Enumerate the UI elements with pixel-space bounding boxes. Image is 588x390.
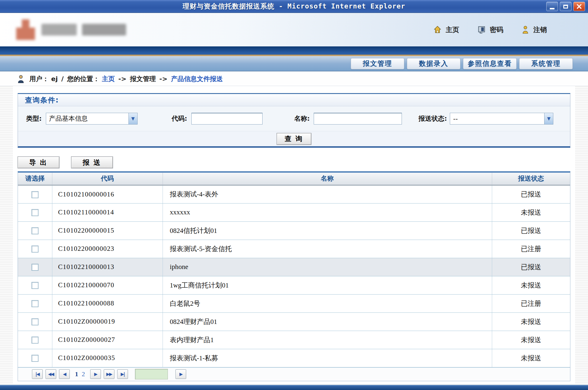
row-select-cell [18, 203, 52, 221]
row-status: 已报送 [492, 221, 570, 240]
export-button[interactable]: 导 出 [18, 157, 59, 168]
col-header-code: 代码 [52, 173, 163, 185]
type-select-value: 产品基本信息 [49, 114, 88, 123]
home-link-label: 主页 [446, 25, 459, 34]
row-code: C10102210000070 [52, 276, 163, 294]
location-label: 您的位置： [67, 75, 100, 83]
type-select[interactable]: 产品基本信息 ▼ [46, 113, 138, 125]
tab-system-management[interactable]: 系统管理 [519, 58, 573, 69]
row-select-cell [18, 294, 52, 312]
row-checkbox[interactable] [31, 227, 39, 234]
page-number-2[interactable]: 2 [82, 370, 85, 378]
forward-page-button[interactable]: ▶▶ [104, 369, 114, 379]
row-checkbox[interactable] [31, 337, 39, 344]
window-controls: × [546, 2, 585, 11]
home-link[interactable]: 主页 [433, 25, 459, 34]
row-checkbox[interactable] [31, 318, 39, 325]
code-label: 代码: [172, 114, 187, 123]
password-icon [477, 26, 486, 33]
row-checkbox[interactable] [31, 300, 39, 307]
row-checkbox[interactable] [31, 282, 39, 289]
status-select[interactable]: -- ▼ [450, 113, 553, 125]
window-titlebar: 理财与资金信托数据报送系统 - Microsoft Internet Explo… [0, 0, 588, 13]
chevron-down-icon: ▼ [544, 113, 553, 124]
breadcrumb-arrow: -> [118, 75, 127, 83]
row-checkbox[interactable] [31, 264, 39, 271]
breadcrumb-section-link[interactable]: 报文管理 [130, 75, 156, 83]
logo-mark [16, 19, 35, 40]
row-select-cell [18, 312, 52, 331]
logout-link[interactable]: 注销 [522, 25, 547, 34]
table-row: C10102210000088 白老鼠2号 已注册 [18, 294, 570, 312]
password-link[interactable]: 密码 [477, 25, 503, 34]
logout-link-label: 注销 [533, 25, 547, 34]
logout-icon [522, 26, 529, 34]
rewind-page-button[interactable]: ◀◀ [46, 369, 56, 379]
home-icon [433, 26, 442, 33]
row-status: 未报送 [492, 349, 570, 367]
close-button[interactable]: × [573, 2, 585, 11]
logo-text-blurred [82, 24, 126, 36]
dark-blue-band [0, 46, 588, 55]
minimize-button[interactable] [546, 2, 558, 11]
row-select-cell [18, 349, 52, 367]
header-banner: 主页 密码 注销 [0, 13, 588, 46]
user-icon [17, 75, 25, 83]
row-code: C10102Z00000019 [52, 312, 163, 331]
window-title: 理财与资金信托数据报送系统 - Microsoft Internet Explo… [0, 2, 588, 11]
goto-page-input[interactable] [135, 369, 168, 379]
page-number-1[interactable]: 1 [75, 370, 78, 378]
row-name: 报表测试-4-表外 [163, 185, 492, 203]
submit-button[interactable]: 报 送 [71, 157, 113, 168]
row-select-cell [18, 258, 52, 276]
next-page-button[interactable]: ▶ [90, 369, 101, 379]
row-code: C10102Z00000027 [52, 331, 163, 349]
page-numbers: 1 2 [75, 370, 85, 378]
col-header-name: 名称 [163, 173, 492, 185]
table-header-row: 请选择 代码 名称 报送状态 [18, 173, 570, 185]
last-page-button[interactable]: ▶| [117, 369, 128, 379]
table-row: C10102Z00000035 报表测试-1-私募 未报送 [18, 349, 570, 367]
row-checkbox[interactable] [31, 209, 39, 216]
row-name: 报表测试-5-资金信托 [163, 240, 492, 258]
breadcrumb-arrow: -> [159, 75, 168, 83]
row-checkbox[interactable] [31, 191, 39, 198]
table-row: C10102Z00000027 表内理财产品1 未报送 [18, 331, 570, 349]
maximize-icon [563, 5, 568, 9]
query-panel: 查询条件: 类型: 产品基本信息 ▼ 代码: 名称: 报送状态: -- ▼ 查 … [18, 93, 570, 148]
query-panel-title: 查询条件: [18, 94, 570, 106]
prev-page-button[interactable]: ◀ [59, 369, 70, 379]
row-name: 0824信托计划01 [163, 221, 492, 240]
breadcrumb-home-link[interactable]: 主页 [102, 75, 115, 83]
row-name: 表内理财产品1 [163, 331, 492, 349]
first-page-button[interactable]: |◀ [32, 369, 43, 379]
tab-reference-info[interactable]: 参照信息查看 [463, 58, 517, 69]
search-button[interactable]: 查 询 [277, 133, 311, 145]
row-checkbox[interactable] [31, 355, 39, 362]
close-icon: × [576, 3, 582, 10]
row-select-cell [18, 331, 52, 349]
row-select-cell [18, 240, 52, 258]
status-label: 报送状态: [418, 114, 447, 123]
chevron-down-icon: ▼ [128, 113, 137, 124]
minimize-icon [550, 8, 554, 9]
maximize-button[interactable] [560, 2, 572, 11]
tab-data-entry[interactable]: 数据录入 [407, 58, 460, 69]
row-checkbox[interactable] [31, 246, 39, 253]
query-form: 类型: 产品基本信息 ▼ 代码: 名称: 报送状态: -- ▼ [18, 106, 570, 131]
row-code: C10102200000023 [52, 240, 163, 258]
breadcrumb: 用户：ej / 您的位置： 主页 -> 报文管理 -> 产品信息文件报送 [0, 71, 588, 86]
tab-message-management[interactable]: 报文管理 [351, 58, 404, 69]
code-input[interactable] [191, 113, 263, 125]
pagination: |◀ ◀◀ ◀ 1 2 ▶ ▶▶ ▶| ▶ [18, 367, 570, 381]
goto-page-button[interactable]: ▶ [176, 369, 186, 379]
top-links: 主页 密码 注销 [433, 13, 547, 46]
name-input[interactable] [314, 113, 402, 125]
row-code: C10102210000013 [52, 258, 163, 276]
table-row: C10102Z00000019 0824理财产品01 未报送 [18, 312, 570, 331]
toolbar: 导 出 报 送 [18, 157, 570, 168]
table-row: C10102210000070 1wg工商信托计划01 未报送 [18, 276, 570, 294]
row-status: 未报送 [492, 276, 570, 294]
breadcrumb-current-page: 产品信息文件报送 [171, 75, 223, 83]
password-link-label: 密码 [490, 25, 503, 34]
